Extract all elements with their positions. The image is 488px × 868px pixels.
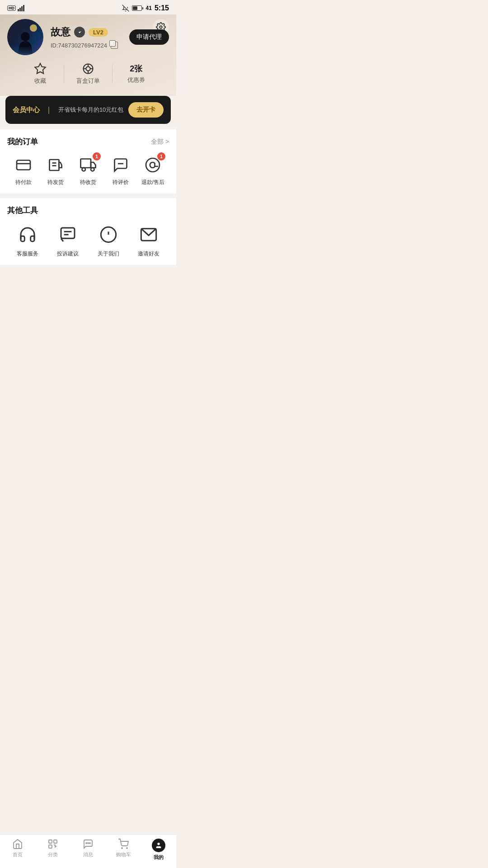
tools-section: 其他工具 客服服务 (0, 198, 176, 265)
stats-row: 收藏 盲盒订单 2张 优惠券 (7, 62, 169, 85)
status-bar: HD (0, 0, 176, 14)
customer-service-label: 客服服务 (17, 250, 38, 258)
invite-label: 邀请好友 (138, 250, 160, 258)
svg-rect-14 (17, 160, 30, 170)
orders-header: 我的订单 全部 > (7, 137, 169, 147)
profile-info: 故意 LV2 ID:748730276947224 (51, 25, 122, 49)
profile-name: 故意 (51, 25, 70, 39)
avatar[interactable] (7, 19, 43, 55)
pending-receipt-icon-wrap: 1 (77, 154, 99, 176)
copy-icon[interactable] (111, 42, 118, 49)
favorites-label: 收藏 (34, 77, 46, 85)
svg-point-6 (21, 32, 30, 41)
orders-more[interactable]: 全部 > (151, 138, 169, 146)
tool-complaint[interactable]: 投诉建议 (48, 223, 89, 258)
order-pending-receipt[interactable]: 1 待收货 (72, 154, 104, 186)
pending-review-icon-wrap (110, 154, 131, 176)
status-right: 41 5:15 (122, 4, 169, 12)
pending-review-label: 待评价 (113, 179, 129, 186)
stat-favorites[interactable]: 收藏 (16, 62, 64, 85)
orders-grid: 待付款 待发货 (7, 154, 169, 186)
svg-rect-16 (50, 160, 59, 170)
about-label: 关于我们 (98, 250, 119, 258)
pending-delivery-icon-wrap (45, 154, 66, 176)
orders-section: 我的订单 全部 > 待付款 (0, 129, 176, 193)
invite-icon (137, 223, 160, 246)
svg-rect-0 (18, 9, 19, 11)
stat-coupons[interactable]: 2张 优惠券 (113, 63, 160, 84)
profile-name-row: 故意 LV2 (51, 25, 122, 39)
svg-marker-7 (35, 63, 45, 73)
order-pending-delivery[interactable]: 待发货 (40, 154, 72, 186)
order-refund[interactable]: 1 退款/售后 (136, 154, 169, 186)
complaint-icon (56, 223, 80, 246)
battery-icon (132, 5, 143, 11)
apply-agent-button[interactable]: 申请代理 (129, 29, 169, 45)
time: 5:15 (155, 4, 169, 12)
coupons-label: 优惠券 (127, 76, 145, 84)
svg-rect-2 (21, 6, 23, 11)
pending-payment-label: 待付款 (15, 179, 32, 186)
verified-badge (74, 27, 85, 38)
coupons-value: 2张 (130, 63, 142, 74)
refund-label: 退款/售后 (141, 179, 164, 186)
pending-payment-icon-wrap (13, 154, 34, 176)
notification-icon (122, 5, 129, 12)
tool-about[interactable]: 关于我们 (88, 223, 129, 258)
refund-icon-wrap: 1 (142, 154, 164, 176)
svg-rect-1 (19, 8, 21, 11)
pending-receipt-badge: 1 (93, 152, 101, 160)
svg-point-20 (82, 168, 85, 171)
orders-title: 我的订单 (7, 137, 38, 147)
tool-invite[interactable]: 邀请好友 (129, 223, 169, 258)
svg-line-4 (122, 5, 129, 12)
battery-percent: 41 (146, 5, 152, 11)
complaint-label: 投诉建议 (57, 250, 79, 258)
pending-delivery-label: 待发货 (47, 179, 64, 186)
order-pending-payment[interactable]: 待付款 (7, 154, 40, 186)
open-card-button[interactable]: 去开卡 (128, 102, 164, 118)
member-divider: ｜ (43, 105, 55, 115)
tools-grid: 客服服务 投诉建议 (7, 223, 169, 258)
pending-receipt-label: 待收货 (80, 179, 96, 186)
about-icon (97, 223, 120, 246)
member-title: 会员中心 (13, 106, 40, 114)
svg-rect-3 (23, 5, 24, 11)
status-left: HD (7, 5, 25, 11)
level-badge: LV2 (89, 28, 108, 37)
profile-row: 故意 LV2 ID:748730276947224 申请代理 (7, 19, 169, 55)
profile-id: ID:748730276947224 (51, 42, 122, 49)
svg-point-21 (91, 168, 94, 171)
order-pending-review[interactable]: 待评价 (104, 154, 137, 186)
tools-title: 其他工具 (7, 205, 38, 216)
member-desc: 开省钱卡每月的10元红包 (58, 106, 123, 114)
tool-customer-service[interactable]: 客服服务 (7, 223, 48, 258)
blindbox-label: 盲盒订单 (76, 77, 100, 85)
tools-header: 其他工具 (7, 205, 169, 216)
stat-blindbox[interactable]: 盲盒订单 (64, 62, 112, 85)
svg-point-9 (86, 66, 90, 71)
profile-header: 故意 LV2 ID:748730276947224 申请代理 (0, 14, 176, 96)
signal-text (18, 5, 25, 11)
hd-badge: HD (7, 5, 16, 11)
svg-point-23 (146, 158, 160, 172)
svg-rect-19 (80, 159, 91, 168)
customer-service-icon (16, 223, 39, 246)
svg-rect-24 (61, 228, 75, 238)
member-banner: 会员中心 ｜ 开省钱卡每月的10元红包 去开卡 (5, 96, 171, 124)
refund-badge: 1 (157, 152, 165, 160)
